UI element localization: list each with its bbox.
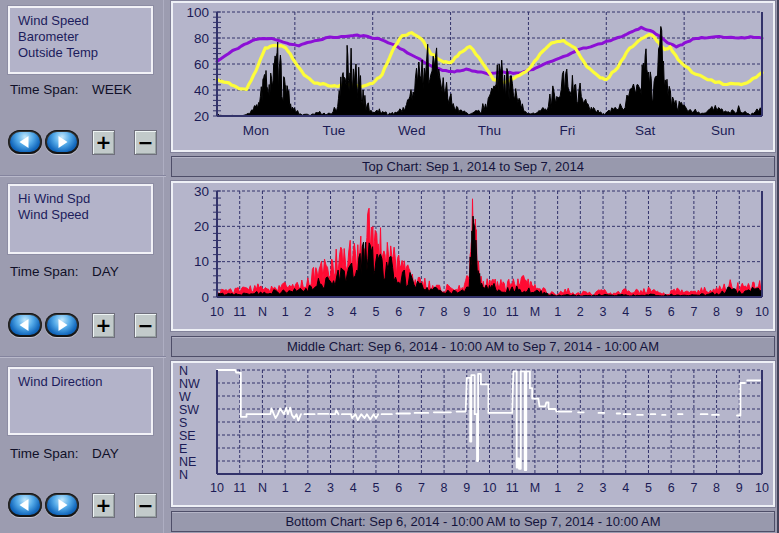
svg-text:8: 8 (441, 481, 448, 495)
prev-button[interactable] (8, 130, 42, 154)
svg-text:NW: NW (179, 377, 200, 391)
zoom-out-button[interactable]: − (134, 313, 157, 338)
svg-text:N: N (179, 364, 188, 378)
svg-text:1: 1 (554, 305, 561, 319)
svg-text:6: 6 (668, 481, 675, 495)
time-span-value: DAY (92, 264, 119, 279)
svg-text:60: 60 (194, 57, 209, 72)
time-span-row: Time Span: DAY (10, 264, 119, 279)
svg-text:3: 3 (600, 481, 607, 495)
svg-text:4: 4 (350, 305, 357, 319)
legend-item: Wind Speed (18, 207, 143, 223)
middle-chart: 1011N1234567891011M123456789100102030 (173, 183, 773, 329)
svg-text:10: 10 (210, 305, 224, 319)
svg-text:10: 10 (194, 254, 209, 269)
next-button[interactable] (45, 493, 79, 517)
svg-text:E: E (179, 442, 187, 456)
svg-text:10: 10 (210, 481, 224, 495)
top-chart-panel: MonTueWedThuFriSatSun20406080100 (171, 1, 775, 152)
svg-text:5: 5 (372, 481, 379, 495)
plus-icon: + (96, 316, 112, 335)
legend-item: Wind Speed (18, 13, 143, 29)
next-button[interactable] (45, 130, 79, 154)
svg-text:10: 10 (483, 481, 497, 495)
top-chart-caption: Top Chart: Sep 1, 2014 to Sep 7, 2014 (171, 156, 775, 177)
svg-text:9: 9 (463, 305, 470, 319)
minus-icon: − (138, 316, 154, 335)
svg-text:8: 8 (713, 305, 720, 319)
svg-text:11: 11 (506, 305, 519, 319)
svg-text:9: 9 (736, 481, 743, 495)
minus-icon: − (138, 133, 154, 152)
zoom-in-button[interactable]: + (92, 493, 115, 518)
prev-button[interactable] (8, 313, 42, 337)
svg-text:30: 30 (194, 184, 209, 199)
zoom-in-button[interactable]: + (92, 313, 115, 338)
bottom-chart-nav-buttons: + − (8, 492, 157, 518)
time-span-label: Time Span: (10, 264, 92, 279)
svg-text:Tue: Tue (322, 123, 345, 138)
section-separator-highlight (0, 176, 166, 177)
legend-item: Barometer (18, 29, 143, 45)
svg-text:M: M (530, 305, 540, 319)
time-span-row: Time Span: WEEK (10, 82, 132, 97)
svg-text:Sun: Sun (711, 123, 735, 138)
zoom-in-button[interactable]: + (92, 130, 115, 155)
time-span-value: WEEK (92, 82, 132, 97)
legend-item: Wind Direction (18, 374, 143, 390)
svg-text:NE: NE (179, 455, 196, 469)
svg-text:10: 10 (483, 305, 497, 319)
svg-text:5: 5 (645, 481, 652, 495)
bottom-chart-legend-box: Wind Direction (8, 367, 153, 435)
svg-text:Sat: Sat (635, 123, 656, 138)
svg-text:1: 1 (554, 481, 561, 495)
svg-text:11: 11 (233, 305, 246, 319)
svg-text:W: W (179, 390, 191, 404)
svg-text:11: 11 (506, 481, 519, 495)
svg-text:S: S (179, 416, 187, 430)
svg-text:2: 2 (577, 305, 584, 319)
svg-text:4: 4 (350, 481, 357, 495)
time-span-label: Time Span: (10, 82, 92, 97)
middle-chart-nav-buttons: + − (8, 312, 157, 338)
plus-icon: + (96, 496, 112, 515)
section-separator-highlight (0, 357, 166, 358)
svg-text:Wed: Wed (398, 123, 426, 138)
svg-text:4: 4 (622, 481, 629, 495)
middle-chart-caption: Middle Chart: Sep 6, 2014 - 10:00 AM to … (171, 336, 775, 357)
bottom-chart-caption: Bottom Chart: Sep 6, 2014 - 10:00 AM to … (171, 511, 775, 532)
svg-text:10: 10 (755, 481, 769, 495)
svg-text:2: 2 (577, 481, 584, 495)
svg-text:1: 1 (282, 481, 289, 495)
zoom-out-button[interactable]: − (134, 130, 157, 155)
svg-text:10: 10 (755, 305, 769, 319)
svg-text:8: 8 (713, 481, 720, 495)
sidebar-divider (163, 0, 164, 533)
svg-text:2: 2 (304, 305, 311, 319)
svg-text:1: 1 (282, 305, 289, 319)
svg-text:Mon: Mon (243, 123, 269, 138)
svg-text:80: 80 (194, 31, 209, 46)
top-chart-legend-box: Wind SpeedBarometerOutside Temp (8, 6, 153, 74)
svg-text:7: 7 (418, 481, 425, 495)
svg-text:SE: SE (179, 429, 196, 443)
svg-text:9: 9 (736, 305, 743, 319)
next-button[interactable] (45, 313, 79, 337)
time-span-label: Time Span: (10, 446, 92, 461)
svg-text:7: 7 (690, 481, 697, 495)
svg-text:3: 3 (327, 305, 334, 319)
svg-text:M: M (530, 481, 540, 495)
bottom-chart: 1011N1234567891011M12345678910NNWWSWSSEE… (173, 363, 773, 505)
plus-icon: + (96, 133, 112, 152)
bottom-chart-panel: 1011N1234567891011M12345678910NNWWSWSSEE… (171, 361, 775, 507)
svg-text:7: 7 (418, 305, 425, 319)
svg-text:6: 6 (668, 305, 675, 319)
svg-text:SW: SW (179, 403, 199, 417)
svg-text:6: 6 (395, 305, 402, 319)
zoom-out-button[interactable]: − (134, 493, 157, 518)
svg-text:100: 100 (186, 5, 209, 20)
svg-text:3: 3 (600, 305, 607, 319)
svg-text:6: 6 (395, 481, 402, 495)
prev-button[interactable] (8, 493, 42, 517)
svg-text:N: N (179, 468, 188, 482)
